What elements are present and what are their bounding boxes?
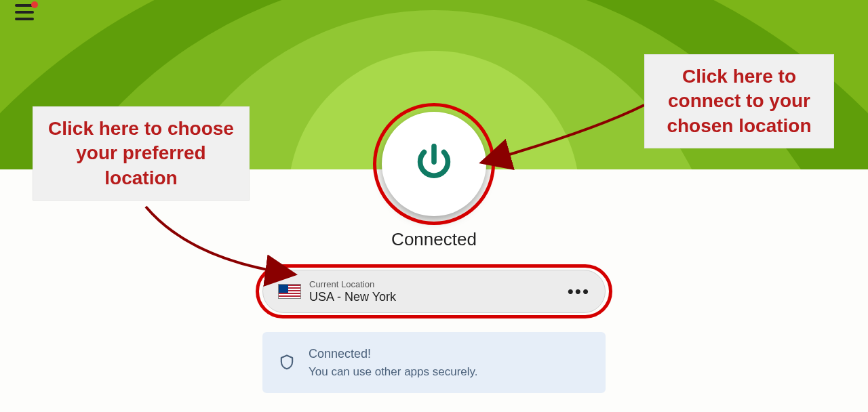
shield-icon	[277, 353, 296, 372]
location-selector[interactable]: Current Location USA - New York •••	[262, 270, 606, 313]
power-icon	[410, 140, 458, 188]
connection-status: Connected	[391, 229, 477, 250]
flag-icon	[278, 284, 301, 299]
info-subtitle: You can use other apps securely.	[309, 365, 478, 379]
info-title: Connected!	[309, 347, 478, 361]
menu-button[interactable]	[15, 4, 34, 20]
connect-button[interactable]	[382, 112, 486, 216]
more-icon[interactable]: •••	[568, 281, 590, 302]
notification-dot-icon	[31, 1, 38, 8]
callout-choose-location: Click here to choose your preferred loca…	[33, 106, 250, 201]
callout-connect: Click here to connect to your chosen loc…	[644, 54, 834, 148]
location-name: USA - New York	[309, 290, 568, 304]
location-label: Current Location	[309, 279, 568, 289]
status-info-card: Connected! You can use other apps secure…	[262, 332, 606, 393]
